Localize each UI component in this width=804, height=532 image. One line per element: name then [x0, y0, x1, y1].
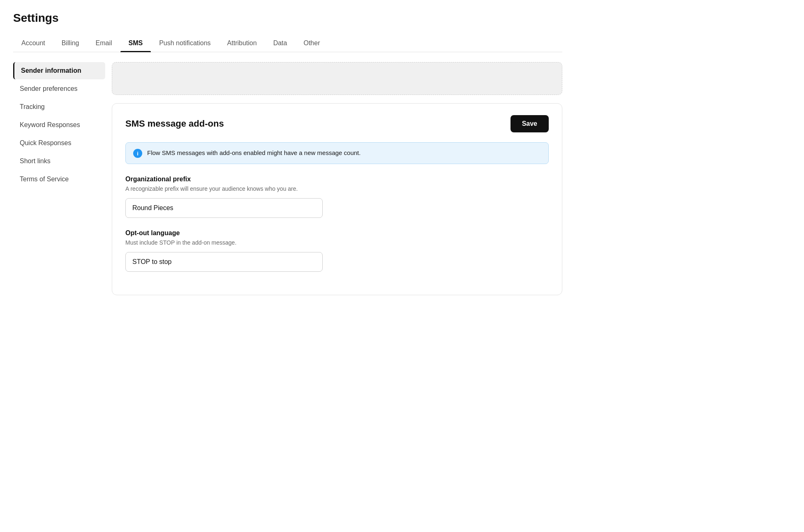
sidebar-item-sender-information[interactable]: Sender information	[13, 62, 105, 79]
card-title: SMS message add-ons	[125, 118, 224, 129]
org-prefix-description: A recognizable prefix will ensure your a…	[125, 185, 549, 193]
placeholder-card	[112, 62, 562, 95]
sidebar-item-terms-of-service[interactable]: Terms of Service	[13, 171, 105, 188]
content-area: SMS message add-ons Save i Flow SMS mess…	[112, 62, 562, 303]
info-banner: i Flow SMS messages with add-ons enabled…	[125, 142, 549, 164]
top-nav: Account Billing Email SMS Push notificat…	[13, 35, 562, 52]
opt-out-field: Opt-out language Must include STOP in th…	[125, 229, 549, 272]
tab-data[interactable]: Data	[265, 35, 296, 52]
opt-out-description: Must include STOP in the add-on message.	[125, 238, 549, 247]
info-banner-text: Flow SMS messages with add-ons enabled m…	[147, 148, 360, 158]
tab-email[interactable]: Email	[88, 35, 120, 52]
sms-addons-card: SMS message add-ons Save i Flow SMS mess…	[112, 103, 562, 295]
card-header-row: SMS message add-ons Save	[125, 115, 549, 132]
org-prefix-field: Organizational prefix A recognizable pre…	[125, 176, 549, 218]
sidebar-item-keyword-responses[interactable]: Keyword Responses	[13, 116, 105, 134]
opt-out-input[interactable]	[125, 252, 323, 272]
save-button[interactable]: Save	[511, 115, 549, 132]
sidebar-item-short-links[interactable]: Short links	[13, 153, 105, 170]
tab-attribution[interactable]: Attribution	[219, 35, 265, 52]
main-layout: Sender information Sender preferences Tr…	[13, 62, 562, 303]
tab-account[interactable]: Account	[13, 35, 53, 52]
sidebar: Sender information Sender preferences Tr…	[13, 62, 112, 303]
tab-push-notifications[interactable]: Push notifications	[151, 35, 219, 52]
info-icon: i	[133, 149, 142, 158]
org-prefix-input[interactable]	[125, 198, 323, 218]
tab-billing[interactable]: Billing	[53, 35, 88, 52]
sidebar-item-quick-responses[interactable]: Quick Responses	[13, 134, 105, 152]
opt-out-label: Opt-out language	[125, 229, 549, 237]
tab-sms[interactable]: SMS	[120, 35, 151, 52]
sidebar-item-sender-preferences[interactable]: Sender preferences	[13, 80, 105, 97]
tab-other[interactable]: Other	[295, 35, 328, 52]
page-container: Settings Account Billing Email SMS Push …	[0, 0, 575, 320]
page-title: Settings	[13, 12, 562, 25]
sidebar-item-tracking[interactable]: Tracking	[13, 98, 105, 116]
org-prefix-label: Organizational prefix	[125, 176, 549, 183]
